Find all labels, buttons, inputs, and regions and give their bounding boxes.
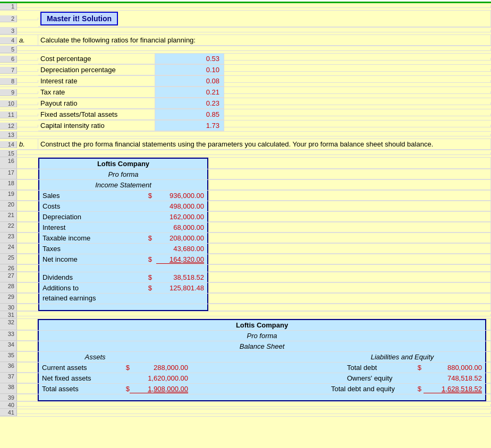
income-retained-label: retained earnings — [38, 294, 208, 304]
balance-subtitle: Balance Sheet — [38, 341, 486, 351]
balance-total-assets-value: 1,908,000.00 — [130, 385, 188, 393]
income-proforma: Pro forma — [38, 169, 208, 179]
ratio-value-4: 0.23 — [155, 98, 224, 109]
income-dividends-dollar: $ — [148, 273, 152, 281]
row-number: 35 — [0, 352, 17, 362]
ratio-value-2: 0.08 — [155, 76, 224, 87]
income-additions-dollar: $ — [148, 284, 152, 292]
balance-company: Loftis Company — [38, 319, 486, 330]
balance-liabilities-header: Liabilities and Equity — [328, 353, 477, 361]
row-number: 15 — [0, 150, 17, 157]
ratio-value-5: 0.85 — [155, 109, 224, 120]
ratio-label-3: Tax rate — [38, 87, 155, 98]
income-blank-row — [38, 265, 208, 272]
balance-current-dollar: $ — [119, 364, 130, 372]
section-a-desc: Calculate the following ratios for finan… — [38, 35, 491, 46]
income-interest-label: Interest — [43, 223, 146, 231]
income-taxable-label: Taxable income — [43, 234, 148, 242]
row-number: 28 — [0, 283, 17, 293]
income-additions-label: Additions to — [43, 284, 148, 292]
income-bottom-border — [38, 304, 208, 311]
row-number: 34 — [0, 341, 17, 351]
row-number: 33 — [0, 331, 17, 341]
row-number: 20 — [0, 201, 17, 211]
ratio-label-0: Cost percentage — [38, 54, 155, 64]
ratio-label-4: Payout ratio — [38, 98, 155, 109]
row1-cell — [17, 5, 491, 8]
row-number: 38 — [0, 384, 17, 394]
row-number: 37 — [0, 373, 17, 383]
ratio-label-2: Interest rate — [38, 76, 155, 87]
balance-total-de-value: 1,628,518.52 — [424, 385, 482, 393]
row-number: 7 — [0, 67, 17, 74]
section-a-label: a. — [17, 35, 38, 46]
income-netincome-label: Net income — [43, 255, 148, 263]
income-taxable-value: 208,000.00 — [156, 234, 204, 242]
balance-total-assets-label: Total assets — [42, 385, 119, 393]
income-interest-value: 68,000.00 — [156, 223, 204, 231]
balance-total-debt-dollar: $ — [411, 364, 421, 372]
income-row-sales-value: 936,000.00 — [156, 192, 204, 200]
balance-owners-equity-value: 748,518.52 — [424, 374, 482, 382]
row-number: 16 — [0, 158, 17, 169]
income-company: Loftis Company — [38, 158, 208, 169]
row-number: 24 — [0, 244, 17, 254]
row-number: 5 — [0, 46, 17, 53]
row-number: 36 — [0, 363, 17, 373]
income-dividends-value: 38,518.52 — [156, 273, 204, 281]
row-number: 41 — [0, 409, 17, 416]
row-number: 18 — [0, 180, 17, 190]
income-netincome-value: 164,320.00 — [156, 255, 204, 264]
row-number: 11 — [0, 111, 17, 118]
section-b-label: b. — [17, 139, 38, 150]
row-number: 6 — [0, 56, 17, 63]
income-depr-label: Depreciation — [43, 213, 146, 221]
balance-bottom-border — [38, 394, 486, 401]
section-b-desc: Construct the pro forma financial statem… — [38, 139, 491, 150]
row-number: 2 — [0, 15, 17, 22]
row-number: 26 — [0, 265, 17, 272]
balance-current-assets-label: Current assets — [42, 364, 119, 372]
row-number: 14 — [0, 141, 17, 148]
income-row-sales-label: Sales — [43, 192, 148, 200]
income-depr-value: 162,000.00 — [156, 213, 204, 221]
row-number: 17 — [0, 169, 17, 179]
row-number: 40 — [0, 402, 17, 409]
ratio-label-5: Fixed assets/Total assets — [38, 109, 155, 120]
row-number: 27 — [0, 272, 17, 282]
ratio-value-3: 0.21 — [155, 87, 224, 98]
row-number: 4 — [0, 37, 17, 44]
master-title: Master it! Solution — [40, 12, 118, 25]
income-taxes-label: Taxes — [43, 245, 146, 253]
row-number: 12 — [0, 123, 17, 130]
income-row-costs-label: Costs — [43, 202, 146, 210]
income-row-costs-value: 498,000.00 — [156, 202, 204, 210]
income-subtitle: Income Statement — [38, 180, 208, 190]
row-number: 1 — [0, 3, 17, 10]
row-number: 19 — [0, 191, 17, 201]
balance-total-de-label: Total debt and equity — [331, 385, 411, 393]
balance-proforma: Pro forma — [38, 331, 486, 341]
row-number: 29 — [0, 294, 17, 304]
ratio-label-6: Capital intensity ratio — [38, 120, 155, 131]
balance-assets-header: Assets — [42, 353, 148, 361]
row-number: 13 — [0, 132, 17, 139]
row3-cell — [17, 30, 491, 32]
balance-owners-equity-label: Owners' equity — [347, 374, 411, 382]
row-number: 10 — [0, 100, 17, 107]
balance-netfixed-label: Net fixed assets — [42, 374, 119, 382]
title-cell: Master it! Solution — [38, 11, 491, 27]
row-number: 21 — [0, 212, 17, 222]
balance-netfixed-value: 1,620,000.00 — [130, 374, 188, 382]
ratio-label-1: Depreciation percentage — [38, 65, 155, 75]
balance-total-de-dollar: $ — [411, 385, 421, 393]
row-number: 39 — [0, 394, 17, 401]
income-taxable-dollar: $ — [148, 234, 152, 242]
balance-total-assets-dollar: $ — [119, 385, 130, 393]
row-number: 9 — [0, 89, 17, 96]
income-additions-value: 125,801.48 — [156, 284, 204, 292]
row-number: 31 — [0, 312, 17, 318]
row-number: 30 — [0, 304, 17, 311]
balance-total-debt-label: Total debt — [347, 364, 411, 372]
row-number: 22 — [0, 222, 17, 232]
